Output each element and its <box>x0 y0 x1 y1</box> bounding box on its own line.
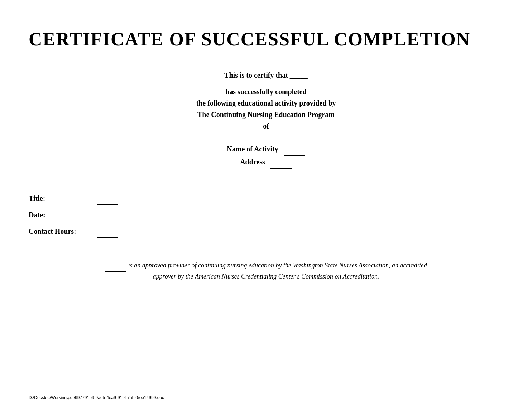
date-label: Date: <box>29 208 93 222</box>
title-field-row: Title: <box>29 190 503 206</box>
approval-text: is an approved provider of continuing nu… <box>29 260 503 282</box>
address-label: Address <box>240 158 265 166</box>
date-field-row: Date: <box>29 206 503 222</box>
certify-intro: This is to certify that _____ <box>29 71 503 79</box>
body-line2: the following educational activity provi… <box>196 99 336 107</box>
approval-line1: is an approved provider of continuing nu… <box>128 262 427 269</box>
certificate-page: CERTIFICATE OF SUCCESSFUL COMPLETION Thi… <box>0 0 532 411</box>
contact-blank <box>97 223 118 238</box>
title-label: Title: <box>29 191 93 206</box>
contact-label: Contact Hours: <box>29 224 93 238</box>
body-line3: The Continuing Nursing Education Program <box>197 111 335 119</box>
date-blank <box>97 206 118 221</box>
footer-path: D:\Docstoc\Working\pdf\997791b9-9ae5-4ea… <box>29 395 164 400</box>
activity-blank <box>284 142 305 156</box>
body-line1: has successfully completed <box>225 88 307 96</box>
certificate-title: CERTIFICATE OF SUCCESSFUL COMPLETION <box>29 29 503 50</box>
approval-blank <box>105 260 126 272</box>
body-line4: of <box>263 122 269 130</box>
cert-fields-section: Title: Date: Contact Hours: <box>29 190 503 238</box>
contact-field-row: Contact Hours: <box>29 223 503 238</box>
address-blank <box>270 155 292 169</box>
approval-line2: approver by the American Nurses Credenti… <box>153 273 379 280</box>
title-blank <box>97 190 118 205</box>
activity-label: Name of Activity <box>227 145 278 153</box>
cert-body: has successfully completed the following… <box>29 86 503 132</box>
footer: D:\Docstoc\Working\pdf\997791b9-9ae5-4ea… <box>29 395 164 400</box>
activity-block: Name of Activity Address <box>29 142 503 168</box>
